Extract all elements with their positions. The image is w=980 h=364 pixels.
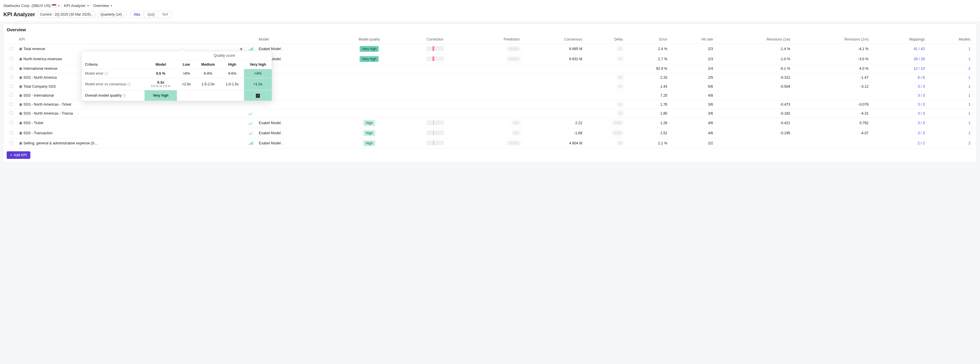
col-error[interactable]: Error [625, 35, 670, 44]
models-link[interactable]: 1 [969, 102, 970, 107]
mappings-link[interactable]: 12 / 13 [914, 67, 925, 70]
table-row[interactable]: SSS - Ticket Exabel Model ⌟ High XXX 2.2… [6, 118, 974, 128]
kpi-name[interactable]: SSS - Ticket [16, 118, 237, 128]
table-row[interactable]: SSS - North Americas - Ticket XX 1.76 3/… [6, 100, 974, 109]
mappings-link[interactable]: 2 / 2 [918, 141, 925, 145]
models-link[interactable]: 1 [969, 75, 970, 80]
frequency-selector[interactable]: Quarterly (14)⌟ [98, 11, 126, 18]
kpi-icon [19, 67, 22, 70]
models-link[interactable]: 1 [969, 93, 970, 97]
row-radio[interactable] [10, 46, 13, 50]
mappings-link[interactable]: 29 / 29 [914, 57, 925, 61]
models-link[interactable]: 1 [969, 131, 970, 135]
model-name[interactable]: Exabel Model ⌟ [259, 121, 283, 125]
tt-r1-low: >8% [177, 69, 196, 78]
help-icon[interactable]: ? [104, 72, 108, 75]
models-link[interactable]: 2 [969, 141, 970, 145]
mappings-link[interactable]: 6 / 6 [918, 75, 925, 80]
rev1m-value [793, 91, 872, 100]
model-name[interactable]: Exabel Model ⌟ [259, 131, 283, 135]
row-radio[interactable] [10, 84, 13, 88]
star-icon[interactable]: ★ [239, 46, 243, 51]
models-link[interactable]: 1 [969, 47, 970, 51]
col-rev1m[interactable]: Revisions (1m) [793, 35, 872, 44]
bc-app[interactable]: KPI Analyzer ▾ [64, 3, 89, 8]
col-model[interactable]: Model [256, 35, 334, 44]
mappings-link[interactable]: 3 / 3 [918, 112, 925, 115]
bc-company[interactable]: Starbucks Corp. (SBUX US) ▾ [3, 3, 60, 8]
conviction-bar [426, 140, 444, 145]
col-delta[interactable]: Delta [585, 35, 625, 44]
row-radio[interactable] [10, 141, 13, 145]
model-name[interactable]: Exabel Model ⌟ [259, 47, 283, 51]
kpi-icon [19, 103, 22, 106]
kpi-name[interactable]: SSS - Transaction [16, 128, 237, 138]
tt-row2-label: Model error vs consensus? [81, 78, 145, 90]
tt-criteria-head: Criteria [81, 51, 145, 69]
kpi-name[interactable]: SSS - North Americas - Ticket [16, 100, 237, 109]
hitrate-value: 4/8 [670, 91, 716, 100]
signal-icon [249, 47, 253, 50]
tt-med-head: Medium [196, 60, 220, 69]
quality-badge: High [363, 120, 375, 126]
col-rev1w[interactable]: Revisions (1w) [716, 35, 793, 44]
help-icon[interactable]: ? [122, 94, 126, 97]
hitrate-value: 4/6 [670, 118, 716, 128]
bc-view[interactable]: Overview ▾ [93, 3, 112, 8]
col-mappings[interactable]: Mappings [871, 35, 928, 44]
col-consensus[interactable]: Consensus [523, 35, 585, 44]
mappings-link[interactable]: 3 / 3 [918, 131, 925, 135]
model-name[interactable]: Exabel Model ⌟ [259, 141, 283, 145]
seg-abs[interactable]: Abs [130, 11, 144, 18]
delta-blurred: XX [618, 75, 623, 80]
row-radio[interactable] [10, 131, 13, 134]
mappings-link[interactable]: 3 / 3 [918, 102, 925, 107]
col-kpi[interactable]: KPI [16, 35, 237, 44]
models-link[interactable]: 1 [969, 112, 970, 115]
col-quality[interactable]: Model quality [334, 35, 405, 44]
row-radio[interactable] [10, 93, 13, 97]
col-models[interactable]: Models [928, 35, 974, 44]
quality-badge: Very high [360, 56, 379, 62]
delta-blurred: XX [618, 47, 623, 51]
seg-yoy[interactable]: YoY [159, 11, 172, 18]
models-link[interactable]: 1 [969, 85, 970, 89]
hitrate-value: 3/6 [670, 109, 716, 118]
models-link[interactable]: 2 [969, 67, 970, 70]
tt-r3-vhigh: ✓ [244, 90, 272, 101]
row-radio[interactable] [10, 57, 13, 61]
models-link[interactable]: 1 [969, 57, 970, 61]
mappings-link[interactable]: 3 / 3 [918, 85, 925, 89]
col-conviction[interactable]: Conviction [405, 35, 465, 44]
period-selector[interactable]: Current - 2Q-2025 (30 Mar 2025)⌟ [37, 11, 95, 18]
row-radio[interactable] [10, 102, 13, 106]
rev1m-value: 4.0 % [793, 64, 872, 73]
col-hitrate[interactable]: Hit rate [670, 35, 716, 44]
seg-qoq[interactable]: QoQ [144, 11, 158, 18]
table-row[interactable]: SSS - Transaction Exabel Model ⌟ High XX… [6, 128, 974, 138]
mappings-link[interactable]: 3 / 3 [918, 93, 925, 97]
models-link[interactable]: 1 [969, 121, 970, 125]
row-radio[interactable] [10, 121, 13, 125]
mappings-link[interactable]: 41 / 42 [914, 47, 925, 51]
row-radio[interactable] [10, 75, 13, 79]
add-kpi-button[interactable]: + Add KPI [6, 151, 30, 159]
tt-high-head: High [220, 60, 244, 69]
signal-icon [249, 141, 253, 145]
mappings-link[interactable]: 3 / 3 [918, 121, 925, 125]
check-icon: ✓ [256, 94, 260, 98]
chevron-down-icon: ▾ [87, 4, 89, 7]
col-prediction[interactable]: Prediction [465, 35, 523, 44]
kpi-name[interactable]: Selling, general & administrative expens… [16, 138, 237, 148]
row-radio[interactable] [10, 66, 13, 70]
row-radio[interactable] [10, 111, 13, 115]
table-row[interactable]: SSS - North Americas - Transa XX 1.85 3/… [6, 109, 974, 118]
help-icon[interactable]: ? [127, 83, 131, 86]
kpi-name[interactable]: SSS - North Americas - Transa [16, 109, 237, 118]
tt-r1-high: 4-6% [220, 69, 244, 78]
prediction-blurred: XXXXX [508, 141, 520, 145]
error-value: 1.43 [625, 82, 670, 91]
table-row[interactable]: Selling, general & administrative expens… [6, 138, 974, 148]
kpi-icon [19, 48, 22, 51]
plus-icon: + [10, 153, 12, 157]
